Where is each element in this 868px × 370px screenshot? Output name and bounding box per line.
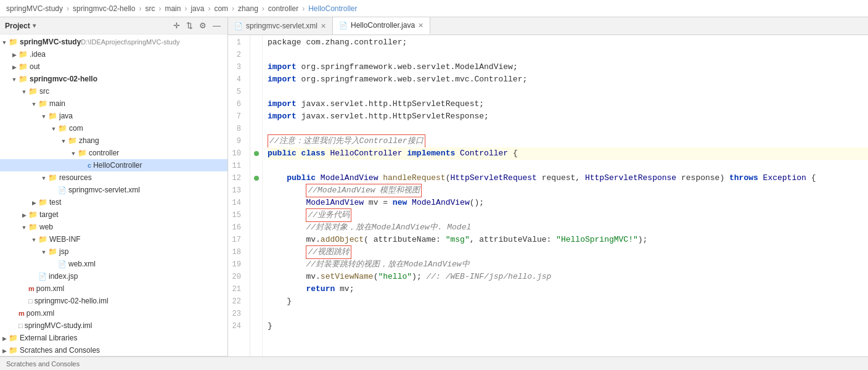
tree-item-20[interactable]: mpom.xml — [0, 282, 227, 295]
arrow-right-icon[interactable] — [10, 51, 18, 58]
arrow-down-icon[interactable] — [30, 236, 38, 243]
close-tab-java[interactable]: ✕ — [418, 22, 424, 30]
tree-item-14[interactable]: 📁target — [0, 208, 227, 221]
semicolon: ; — [513, 61, 518, 73]
gutter — [250, 35, 263, 356]
mv-ref2: mv. — [306, 271, 320, 283]
folder-icon: 📁 — [18, 75, 28, 83]
tree-item-label: com — [69, 124, 83, 133]
new-file-button[interactable]: ✛ — [171, 20, 182, 31]
tree-item-8[interactable]: 📁zhang — [0, 134, 227, 147]
breadcrumb-item-8[interactable]: controller — [268, 4, 298, 13]
sidebar-header: Project ▾ ✛ ⇅ ⚙ — — [0, 17, 227, 35]
close-sidebar-button[interactable]: — — [211, 20, 223, 31]
tree-item-16[interactable]: 📁WEB-INF — [0, 233, 227, 245]
breadcrumb-item-2[interactable]: springmvc-02-hello — [73, 4, 135, 13]
tree-item-label: Scratches and Consoles — [20, 346, 100, 355]
iml-icon: □ — [28, 297, 33, 305]
breadcrumb-item-1[interactable]: springMVC-study — [6, 4, 63, 13]
str-msg: "msg" — [446, 234, 470, 246]
xml-icon: 📄 — [58, 186, 67, 194]
arrow-right-icon[interactable] — [0, 335, 9, 342]
folder-icon: 📁 — [48, 173, 57, 182]
arrow-down-icon[interactable] — [20, 224, 28, 231]
code-line-7: import javax.servlet.http.HttpServletRes… — [268, 110, 868, 123]
tree-item-1[interactable]: 📁.idea — [0, 48, 227, 60]
breadcrumb-item-5[interactable]: java — [190, 4, 204, 13]
arrow-right-icon[interactable] — [10, 64, 18, 70]
arrow-down-icon[interactable] — [20, 88, 28, 95]
arrow-down-icon[interactable] — [10, 76, 18, 83]
line-number-12: 12 — [228, 172, 245, 184]
code-line-24: } — [268, 320, 868, 332]
line-number-17: 17 — [228, 234, 245, 246]
arrow-down-icon[interactable] — [49, 125, 58, 132]
tree-item-23[interactable]: □springMVC-study.iml — [0, 319, 227, 332]
project-dropdown-arrow[interactable]: ▾ — [33, 22, 36, 29]
folder-icon: 📁 — [38, 235, 47, 244]
tab-hello-controller[interactable]: 📄 HelloController.java ✕ — [333, 17, 430, 35]
tree-item-10[interactable]: cHelloController — [0, 159, 227, 171]
tree-item-25[interactable]: 📁Scratches and Consoles — [0, 344, 227, 356]
tree-item-15[interactable]: 📁web — [0, 221, 227, 233]
arrow-right-icon[interactable] — [0, 347, 9, 354]
tree-item-label: springmvc-servlet.xml — [68, 186, 140, 194]
arrow-down-icon[interactable] — [69, 150, 78, 157]
breakpoint-dot[interactable] — [254, 176, 259, 181]
breadcrumb-item-7[interactable]: zhang — [238, 4, 258, 13]
arrow-down-icon[interactable] — [39, 249, 48, 255]
tab-label-xml: springmvc-servlet.xml — [246, 22, 317, 30]
tree-item-3[interactable]: 📁springmvc-02-hello — [0, 73, 227, 85]
gutter-cell-8 — [250, 123, 262, 135]
arrow-down-icon[interactable] — [0, 39, 9, 46]
tree-item-6[interactable]: 📁java — [0, 110, 227, 122]
arrow-right-icon[interactable] — [20, 212, 28, 218]
gutter-cell-11 — [250, 160, 262, 172]
tree-item-12[interactable]: 📄springmvc-servlet.xml — [0, 184, 227, 196]
tree-item-21[interactable]: □springmvc-02-hello.iml — [0, 295, 227, 307]
semi2: ); — [412, 271, 426, 283]
arrow-right-icon[interactable] — [30, 199, 38, 206]
arrow-down-icon[interactable] — [39, 113, 48, 120]
breadcrumb-item-6[interactable]: com — [214, 4, 228, 13]
sync-button[interactable]: ⇅ — [184, 20, 195, 31]
tree-item-label: out — [30, 62, 40, 71]
line-number-8: 8 — [228, 123, 245, 135]
project-tree: 📁springMVC-study D:\IDEAproject\springMV… — [0, 35, 227, 356]
tree-item-4[interactable]: 📁src — [0, 85, 227, 97]
tree-item-5[interactable]: 📁main — [0, 97, 227, 110]
breadcrumb-item-9[interactable]: HelloController — [308, 4, 357, 13]
arrow-down-icon[interactable] — [59, 138, 68, 144]
tab-springmvc-servlet[interactable]: 📄 springmvc-servlet.xml ✕ — [228, 17, 333, 35]
settings-button[interactable]: ⚙ — [197, 20, 208, 31]
tree-item-13[interactable]: 📁test — [0, 196, 227, 208]
tree-item-7[interactable]: 📁com — [0, 122, 227, 134]
code-content[interactable]: package com.zhang.controller; import org… — [263, 35, 868, 356]
line-number-5: 5 — [228, 86, 245, 98]
code-line-20: mv.setViewName("hello"); //: /WEB-INF/js… — [268, 271, 868, 283]
arrow-none — [49, 261, 58, 268]
comment-text4: //视图跳转 — [308, 247, 350, 257]
tree-item-2[interactable]: 📁out — [0, 60, 227, 73]
close-tab-xml[interactable]: ✕ — [321, 22, 326, 30]
tree-item-11[interactable]: 📁resources — [0, 171, 227, 184]
code-line-17: mv.addObject( attributeName: "msg", attr… — [268, 234, 868, 246]
tree-item-24[interactable]: 📁External Libraries — [0, 332, 227, 344]
tree-item-17[interactable]: 📁jsp — [0, 245, 227, 258]
tree-item-9[interactable]: 📁controller — [0, 147, 227, 159]
folder-icon: 📁 — [28, 210, 38, 219]
project-label[interactable]: Project — [5, 22, 30, 30]
arrow-down-icon[interactable] — [30, 101, 38, 107]
tree-item-0[interactable]: 📁springMVC-study D:\IDEAproject\springMV… — [0, 36, 227, 48]
breadcrumb-sep-6: › — [232, 4, 234, 13]
breadcrumb-item-3[interactable]: src — [145, 4, 155, 13]
scratches-consoles-label[interactable]: Scratches and Consoles — [6, 360, 80, 368]
breakpoint-dot[interactable] — [254, 151, 259, 156]
breadcrumb-item-4[interactable]: main — [165, 4, 181, 13]
gutter-cell-18 — [250, 246, 262, 258]
tree-item-19[interactable]: 📄index.jsp — [0, 270, 227, 282]
tree-item-22[interactable]: mpom.xml — [0, 307, 227, 319]
tree-item-label: WEB-INF — [49, 235, 81, 244]
tree-item-18[interactable]: 📄web.xml — [0, 258, 227, 270]
arrow-down-icon[interactable] — [39, 175, 48, 181]
